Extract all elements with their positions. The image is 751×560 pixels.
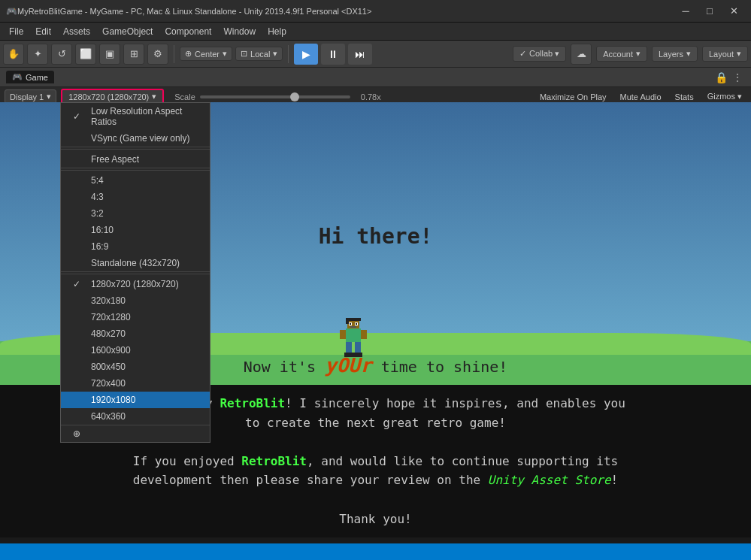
scale-value: 0.78x <box>361 92 381 101</box>
dropdown-low-res[interactable]: ✓ Low Resolution Aspect Ratios <box>61 103 210 130</box>
dropdown-720x1280[interactable]: 720x1280 <box>61 309 210 325</box>
panel-controls: 🔒 ⋮ <box>713 70 745 85</box>
dropdown-standalone[interactable]: Standalone (432x720) <box>61 255 210 271</box>
layers-dropdown-icon: ▾ <box>686 49 691 59</box>
display-label: Display 1 <box>10 92 44 101</box>
pivot-dropdown-icon: ▾ <box>223 49 227 59</box>
dropdown-4-3[interactable]: 4:3 <box>61 189 210 205</box>
play-button[interactable]: ▶ <box>294 44 318 65</box>
vsync-check-icon <box>73 133 85 144</box>
game-toolbar-right: Maximize On Play Mute Audio Stats Gizmos… <box>535 90 746 103</box>
low-res-check-icon: ✓ <box>73 111 85 122</box>
dropdown-vsync[interactable]: VSync (Game view only) <box>61 130 210 147</box>
pivot-group[interactable]: ⊕ Center ▾ <box>180 47 232 61</box>
dropdown-16-10[interactable]: 16:10 <box>61 222 210 238</box>
svg-rect-7 <box>350 326 356 328</box>
you-highlight: yOUr <box>325 354 372 377</box>
dropdown-320x180[interactable]: 320x180 <box>61 292 210 309</box>
tool-rect[interactable]: ▣ <box>99 44 120 65</box>
dropdown-free-aspect[interactable]: Free Aspect <box>61 151 210 168</box>
svg-rect-11 <box>346 342 352 354</box>
resolution-label: 1280x720 (1280x720) <box>68 92 149 101</box>
layers-label: Layers <box>659 50 683 59</box>
collab-label: Collab ▾ <box>529 49 559 59</box>
game-tab-label: Game <box>26 73 48 82</box>
maximize-button[interactable]: □ <box>698 4 721 19</box>
mute-audio-button[interactable]: Mute Audio <box>616 91 666 103</box>
dropdown-1280x720[interactable]: ✓ 1280x720 (1280x720) <box>61 276 210 292</box>
free-aspect-label: Free Aspect <box>91 154 139 165</box>
dropdown-5-4[interactable]: 5:4 <box>61 172 210 189</box>
tool-scale[interactable]: ⬜ <box>75 44 96 65</box>
gizmos-button[interactable]: Gizmos ▾ <box>703 90 746 103</box>
dropdown-3-2[interactable]: 3:2 <box>61 205 210 222</box>
dropdown-16-9[interactable]: 16:9 <box>61 238 210 255</box>
close-button[interactable]: ✕ <box>722 4 745 19</box>
svg-rect-12 <box>355 342 361 354</box>
menu-file[interactable]: File <box>3 25 29 38</box>
enjoyed-text: If you enjoyed RetroBlit, and would like… <box>133 452 618 471</box>
pivot-label: ⊕ <box>185 49 192 59</box>
game-panel-header: 🎮 Game 🔒 ⋮ <box>0 68 751 87</box>
spacer <box>372 432 380 452</box>
pause-button[interactable]: ⏸ <box>321 44 345 65</box>
menu-help[interactable]: Help <box>262 25 292 38</box>
panel-menu-button[interactable]: ⋮ <box>730 70 745 85</box>
dropdown-800x450[interactable]: 800x450 <box>61 359 210 375</box>
account-button[interactable]: Account ▾ <box>596 46 647 62</box>
dropdown-1920x1080[interactable]: 1920x1080 <box>61 392 210 408</box>
scale-slider[interactable] <box>200 95 350 98</box>
account-label: Account <box>603 50 633 59</box>
space-group[interactable]: ⊡ Local ▾ <box>235 47 283 61</box>
toolbar-right: ✓ Collab ▾ ☁ Account ▾ Layers ▾ Layout ▾ <box>513 44 748 65</box>
collab-check-icon: ✓ <box>519 49 526 59</box>
minimize-button[interactable]: ─ <box>674 4 697 19</box>
menu-component[interactable]: Component <box>159 25 217 38</box>
scale-label: Scale <box>174 92 195 101</box>
menu-window[interactable]: Window <box>217 25 262 38</box>
maximize-on-play-button[interactable]: Maximize On Play <box>535 91 611 103</box>
svg-rect-8 <box>346 328 361 342</box>
svg-rect-10 <box>361 330 367 339</box>
stats-button[interactable]: Stats <box>671 91 698 103</box>
tool-rotate[interactable]: ↺ <box>51 44 72 65</box>
dropdown-640x360[interactable]: 640x360 <box>61 408 210 425</box>
collab-button[interactable]: ✓ Collab ▾ <box>513 46 566 62</box>
tool-transform[interactable]: ⊞ <box>123 44 144 65</box>
title-bar: 🎮 MyRetroBlitGame - MyGame - PC, Mac & L… <box>0 0 751 23</box>
game-tab[interactable]: 🎮 Game <box>6 71 54 83</box>
cloud-button[interactable]: ☁ <box>571 44 592 65</box>
dropdown-480x270[interactable]: 480x270 <box>61 325 210 342</box>
thank-you-text: Thank you! <box>339 510 411 529</box>
title-text: MyRetroBlitGame - MyGame - PC, Mac & Lin… <box>17 7 674 16</box>
toolbar: ✋ ✦ ↺ ⬜ ▣ ⊞ ⚙ ⊕ Center ▾ ⊡ Local ▾ ▶ ⏸ ⏭… <box>0 41 751 68</box>
step-button[interactable]: ⏭ <box>348 44 372 65</box>
window-controls: ─ □ ✕ <box>674 4 745 19</box>
dropdown-separator-3 <box>61 274 210 274</box>
menu-gameobject[interactable]: GameObject <box>96 25 159 38</box>
menu-assets[interactable]: Assets <box>57 25 96 38</box>
tool-move[interactable]: ✦ <box>27 44 48 65</box>
dropdown-section-4: ✓ 1280x720 (1280x720) 320x180 720x1280 4… <box>61 276 210 425</box>
spacer2 <box>372 490 380 510</box>
space-dropdown-icon: ▾ <box>273 49 277 59</box>
resolution-dropdown-icon: ▾ <box>152 92 156 101</box>
vsync-label: VSync (Game view only) <box>91 133 189 144</box>
tool-hand[interactable]: ✋ <box>3 44 24 65</box>
svg-rect-1 <box>346 318 361 321</box>
scale-slider-thumb[interactable] <box>290 92 299 101</box>
panel-lock-button[interactable]: 🔒 <box>713 70 728 85</box>
layout-button[interactable]: Layout ▾ <box>702 46 748 62</box>
separator-1 <box>174 45 174 63</box>
menu-edit[interactable]: Edit <box>29 25 57 38</box>
layout-dropdown-icon: ▾ <box>737 49 741 59</box>
dropdown-separator-2 <box>61 170 210 171</box>
svg-rect-5 <box>350 323 351 325</box>
layers-button[interactable]: Layers ▾ <box>652 46 698 62</box>
dropdown-720x400[interactable]: 720x400 <box>61 375 210 392</box>
status-bar <box>0 543 751 560</box>
tool-custom[interactable]: ⚙ <box>147 44 168 65</box>
dropdown-add-button[interactable]: ⊕ <box>61 425 210 442</box>
now-its-text: Now it's yOUr time to shine! <box>244 354 508 377</box>
dropdown-1600x900[interactable]: 1600x900 <box>61 342 210 359</box>
